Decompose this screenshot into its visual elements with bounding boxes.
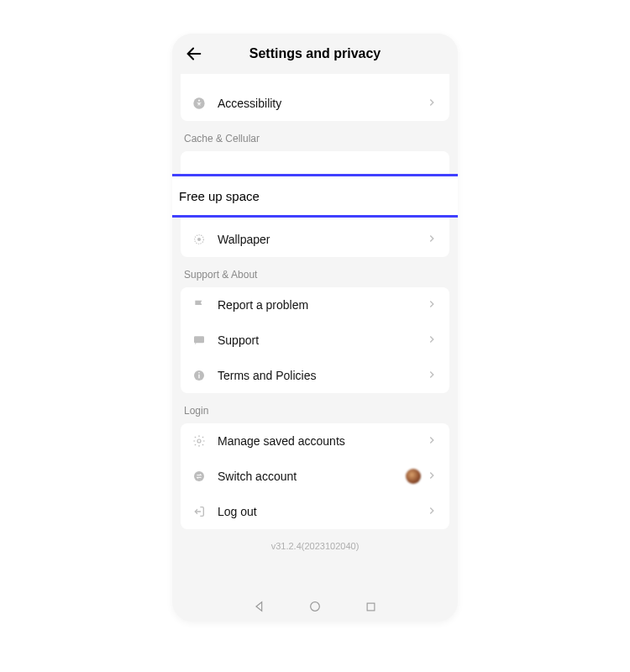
- logout-icon: [191, 503, 207, 520]
- droplet-icon: [191, 196, 207, 213]
- row-label: Wallpaper: [218, 233, 426, 246]
- triangle-back-icon: [253, 600, 266, 613]
- accessibility-icon: [191, 95, 207, 112]
- row-label: Support: [218, 333, 426, 347]
- card-cache: Data Saver Wallpaper: [181, 151, 449, 257]
- chevron-right-icon: [426, 470, 439, 483]
- section-cache-cellular: Cache & Cellular: [181, 121, 449, 151]
- card-top: Accessibility: [181, 74, 449, 121]
- header-bar: Settings and privacy: [172, 34, 458, 74]
- svg-point-14: [311, 602, 320, 612]
- chevron-right-icon: [426, 233, 439, 246]
- row-label: Data Saver: [218, 197, 426, 211]
- switch-icon: [191, 468, 207, 485]
- svg-rect-8: [198, 375, 199, 379]
- phone-frame: Settings and privacy Free up space: [172, 34, 458, 622]
- chevron-right-icon: [426, 434, 439, 448]
- flag-icon: [191, 297, 207, 313]
- android-navbar: [172, 591, 458, 622]
- row-report-problem[interactable]: Report a problem: [181, 287, 449, 323]
- content: Free up space: [172, 74, 458, 559]
- card-login: Manage saved accounts Switch account: [181, 423, 449, 529]
- row-accessibility[interactable]: Accessibility: [181, 86, 449, 121]
- row-label: Terms and Policies: [218, 369, 426, 382]
- row-wallpaper[interactable]: Wallpaper: [181, 222, 449, 257]
- row-switch-account[interactable]: Switch account: [181, 459, 449, 494]
- wallpaper-icon: [191, 231, 207, 248]
- generic-icon: [191, 74, 207, 76]
- scroll-area: Free up space: [172, 74, 458, 591]
- row-label: Log out: [218, 505, 426, 518]
- circle-home-icon: [308, 600, 322, 613]
- nav-back[interactable]: [252, 599, 267, 614]
- row-manage-accounts[interactable]: Manage saved accounts: [181, 423, 449, 459]
- svg-rect-6: [194, 336, 204, 343]
- square-recent-icon: [365, 601, 377, 613]
- svg-rect-15: [367, 603, 375, 611]
- info-icon: [191, 367, 207, 384]
- row-support[interactable]: Support: [181, 323, 449, 358]
- row-log-out[interactable]: Log out: [181, 494, 449, 529]
- chat-icon: [191, 332, 207, 349]
- svg-rect-9: [198, 372, 199, 373]
- chevron-right-icon: [426, 505, 439, 518]
- chevron-right-icon: [426, 74, 439, 75]
- row-label: Manage saved accounts: [218, 434, 426, 448]
- row-terms-policies[interactable]: Terms and Policies: [181, 358, 449, 393]
- chevron-right-icon: [426, 333, 439, 347]
- svg-point-5: [197, 238, 201, 241]
- row-label: Report a problem: [218, 298, 426, 312]
- svg-point-10: [197, 439, 201, 443]
- nav-home[interactable]: [307, 599, 323, 614]
- section-support-about: Support & About: [181, 257, 449, 287]
- card-support: Report a problem Support: [181, 287, 449, 393]
- account-avatar: [406, 469, 421, 484]
- nav-recent[interactable]: [363, 599, 378, 614]
- row-label: Accessibility: [218, 97, 426, 110]
- chevron-right-icon: [426, 97, 439, 110]
- back-button[interactable]: [184, 44, 204, 64]
- version-text: v31.2.4(2023102040): [181, 529, 449, 559]
- svg-point-3: [198, 100, 200, 102]
- chevron-right-icon: [426, 369, 439, 382]
- row-data-saver[interactable]: Data Saver: [181, 186, 449, 222]
- section-login: Login: [181, 393, 449, 423]
- svg-marker-13: [256, 602, 262, 612]
- row-cutoff[interactable]: [181, 74, 449, 86]
- chevron-right-icon: [426, 197, 439, 211]
- chevron-right-icon: [426, 298, 439, 312]
- gear-icon: [191, 433, 207, 449]
- row-label: Switch account: [218, 470, 406, 483]
- svg-point-11: [194, 471, 204, 481]
- page-title: Settings and privacy: [249, 46, 381, 61]
- arrow-left-icon: [185, 45, 203, 63]
